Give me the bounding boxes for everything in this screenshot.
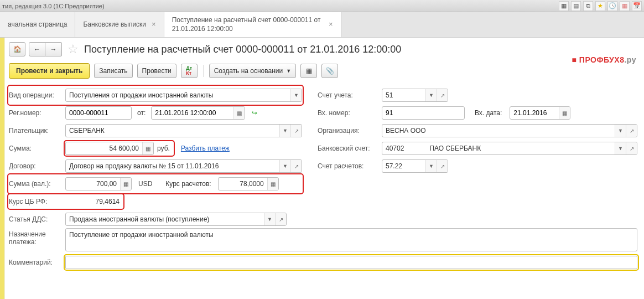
tab-close-icon[interactable]: × <box>152 20 156 29</box>
label-amount-cur: Сумма (вал.): <box>9 180 62 188</box>
row-dds: Статья ДДС: Продажа иностранной валюты (… <box>9 210 302 228</box>
calc-icon[interactable]: ▦ <box>267 178 278 190</box>
label-reg-num: Рег.номер: <box>9 109 62 117</box>
settle-account-field[interactable]: 57.22 ▼ ↗ <box>382 159 448 173</box>
label-account: Счет учета: <box>318 91 378 99</box>
field-value: Поступление от продажи иностранной валют… <box>66 231 637 239</box>
field-value: 700,00 <box>66 178 120 190</box>
titlebar-icon-1[interactable]: ▦ <box>559 1 569 11</box>
reg-number-field[interactable] <box>65 106 132 120</box>
star-icon[interactable]: ☆ <box>65 42 81 56</box>
account-field[interactable]: 51 ▼ ↗ <box>382 89 448 102</box>
titlebar-icon-2[interactable]: ▤ <box>571 1 581 11</box>
open-icon[interactable]: ↗ <box>626 142 637 154</box>
row-in-number: Вх. номер: Вх. дата: ▦ <box>318 104 637 122</box>
field-value: СБЕРБАНК <box>66 125 279 137</box>
comment-input[interactable] <box>66 256 637 269</box>
label-from: от: <box>135 109 148 117</box>
purpose-field[interactable]: Поступление от продажи иностранной валют… <box>65 228 637 251</box>
chevron-down-icon: ▼ <box>286 68 291 74</box>
page-header: 🏠 ← → ☆ Поступление на расчетный счет 00… <box>9 42 637 56</box>
report-icon-button[interactable]: ▦ <box>300 64 317 78</box>
contract-field[interactable]: Договор на продажу валюты № 15 от 11.01.… <box>65 159 302 173</box>
amount-field[interactable]: 54 600,00 ▦ <box>65 142 154 155</box>
chevron-down-icon[interactable]: ▼ <box>425 160 437 172</box>
chevron-down-icon[interactable]: ▼ <box>264 213 275 225</box>
field-value: 79,4614 <box>62 195 123 208</box>
attach-button[interactable]: 📎 <box>321 64 338 78</box>
in-number-input[interactable] <box>382 107 464 119</box>
chevron-down-icon[interactable]: ▼ <box>290 89 302 101</box>
tab-close-icon[interactable]: × <box>329 20 333 29</box>
in-date-input[interactable] <box>510 107 559 119</box>
reg-number-input[interactable] <box>66 107 131 119</box>
tab-receipt[interactable]: Поступление на расчетный счет 0000-00001… <box>164 12 341 37</box>
row-bank-account: Банковский счет: 40702 ПАО СБЕРБАНК ▼ ↗ <box>318 140 637 157</box>
tab-label: Банковские выписки <box>83 20 146 29</box>
history-icon[interactable]: 🕓 <box>607 1 617 11</box>
operation-type-select[interactable]: Поступления от продажи иностранной валют… <box>65 89 302 102</box>
row-comment: Комментарий: <box>9 254 637 271</box>
label-settle-acc: Счет расчетов: <box>318 162 378 170</box>
open-icon[interactable]: ↗ <box>290 125 302 137</box>
label-contract: Договор: <box>9 162 62 170</box>
row-payer: Плательщик: СБЕРБАНК ▼ ↗ <box>9 122 302 140</box>
window-title-bar: тия, редакция 3.0 (1С:Предприятие) ▦ ▤ ⧉… <box>0 0 644 12</box>
rate-calc-field[interactable]: 78,0000 ▦ <box>218 177 279 190</box>
field-value: 54 600,00 <box>66 142 142 154</box>
dt-kt-button[interactable]: ДтКт <box>181 64 198 78</box>
open-icon[interactable]: ↗ <box>290 160 302 172</box>
calculator-icon[interactable]: ▦ <box>620 1 630 11</box>
field-value: 78,0000 <box>219 178 267 190</box>
back-button[interactable]: ← <box>29 42 45 56</box>
datetime-field[interactable]: ▦ <box>151 106 245 120</box>
side-strip <box>0 38 4 299</box>
chevron-down-icon[interactable]: ▼ <box>425 89 437 101</box>
tab-start-page[interactable]: ачальная страница <box>0 12 75 37</box>
currency-rub: руб. <box>154 145 173 152</box>
forward-button[interactable]: → <box>45 42 62 56</box>
row-account: Счет учета: 51 ▼ ↗ <box>318 86 637 104</box>
chevron-down-icon[interactable]: ▼ <box>279 160 290 172</box>
field-value: ВЕСНА ООО <box>382 125 615 137</box>
dds-field[interactable]: Продажа иностранной валюты (поступление)… <box>65 213 287 226</box>
datetime-input[interactable] <box>152 107 233 119</box>
payer-field[interactable]: СБЕРБАНК ▼ ↗ <box>65 124 302 137</box>
row-org: Организация: ВЕСНА ООО ▼ ↗ <box>318 122 637 140</box>
chevron-down-icon[interactable]: ▼ <box>279 125 290 137</box>
open-icon[interactable]: ↗ <box>437 89 448 101</box>
bank-account-field[interactable]: 40702 ПАО СБЕРБАНК ▼ ↗ <box>382 142 637 155</box>
open-icon[interactable]: ↗ <box>437 160 448 172</box>
create-based-on-button[interactable]: Создать на основании ▼ <box>209 64 296 78</box>
comment-field[interactable] <box>65 256 637 269</box>
field-value: Поступления от продажи иностранной валют… <box>66 89 290 101</box>
field-value: 57.22 <box>382 160 425 172</box>
calc-icon[interactable]: ▦ <box>120 178 131 190</box>
form-grid: Вид операции: Поступления от продажи ино… <box>9 86 637 271</box>
field-value: Договор на продажу валюты № 15 от 11.01.… <box>66 160 279 172</box>
calendar-icon[interactable]: 📅 <box>632 1 642 11</box>
save-button[interactable]: Записать <box>94 64 132 78</box>
tab-bank-statements[interactable]: Банковские выписки × <box>75 12 164 37</box>
currency-usd: USD <box>135 180 155 188</box>
favorite-icon[interactable]: ★ <box>595 1 605 11</box>
calendar-icon[interactable]: ▦ <box>233 107 245 119</box>
in-number-field[interactable] <box>382 106 465 120</box>
open-icon[interactable]: ↗ <box>626 125 637 137</box>
tab-label: ачальная страница <box>8 20 67 29</box>
amount-cur-field[interactable]: 700,00 ▦ <box>65 177 132 190</box>
label-purpose: Назначение платежа: <box>9 228 62 246</box>
calendar-icon[interactable]: ▦ <box>559 107 570 119</box>
home-button[interactable]: 🏠 <box>9 42 25 56</box>
titlebar-icon-3[interactable]: ⧉ <box>583 1 593 11</box>
open-icon[interactable]: ↗ <box>275 213 286 225</box>
post-and-close-button[interactable]: Провести и закрыть <box>9 63 90 79</box>
org-field[interactable]: ВЕСНА ООО ▼ ↗ <box>382 124 637 137</box>
in-date-field[interactable]: ▦ <box>510 106 570 120</box>
chevron-down-icon[interactable]: ▼ <box>615 142 626 154</box>
post-button[interactable]: Провести <box>137 64 176 78</box>
split-payment-link[interactable]: Разбить платеж <box>181 145 230 152</box>
calc-icon[interactable]: ▦ <box>142 142 153 154</box>
chevron-down-icon[interactable]: ▼ <box>615 125 626 137</box>
label-op-type: Вид операции: <box>9 91 62 99</box>
